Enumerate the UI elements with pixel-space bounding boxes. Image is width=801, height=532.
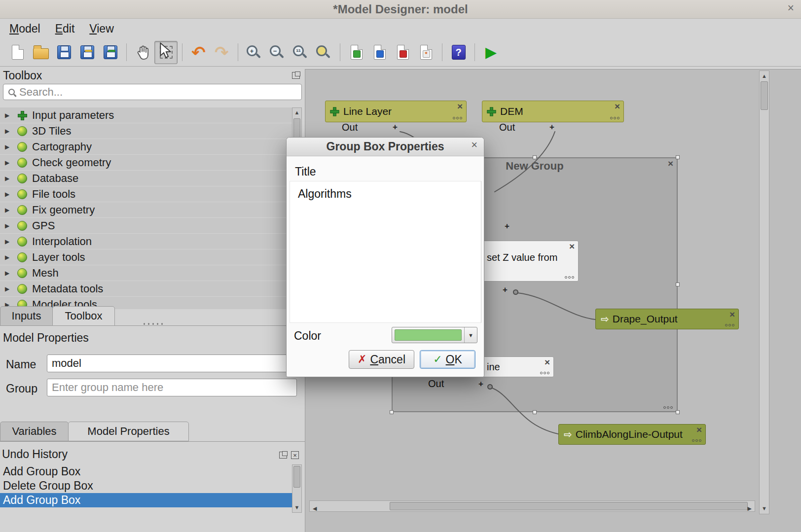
- socket-connector[interactable]: [487, 384, 493, 390]
- node-line-layer[interactable]: Line Layer ×: [325, 101, 467, 122]
- window-close-icon[interactable]: ×: [788, 2, 794, 14]
- export-as-script-button[interactable]: *: [414, 41, 437, 64]
- export-as-svg-button[interactable]: [368, 41, 391, 64]
- window-titlebar[interactable]: *Model Designer: model ×: [0, 0, 801, 19]
- expand-icon[interactable]: ▶: [5, 176, 12, 181]
- scroll-down-icon[interactable]: ▼: [292, 505, 301, 510]
- tree-item-cartography[interactable]: ▶Cartography: [0, 139, 292, 155]
- expand-icon[interactable]: ▶: [5, 160, 12, 166]
- menu-edit[interactable]: Edit: [48, 20, 82, 37]
- chevron-down-icon[interactable]: ▼: [464, 327, 477, 343]
- help-button[interactable]: ?: [447, 41, 470, 64]
- float-panel-icon[interactable]: [292, 72, 300, 79]
- undo-history-title: Undo History: [2, 448, 68, 461]
- cancel-button[interactable]: ✗ Cancel: [349, 350, 414, 369]
- save-as-image-button[interactable]: [99, 41, 122, 64]
- expand-icon[interactable]: ▶: [5, 144, 12, 150]
- zoom-in-button[interactable]: +: [243, 41, 266, 64]
- tab-model-properties[interactable]: Model Properties: [68, 422, 189, 441]
- tree-item-check-geometry[interactable]: ▶Check geometry: [0, 155, 292, 171]
- node-delete-icon[interactable]: ×: [569, 242, 575, 251]
- tab-toolbox[interactable]: Toolbox: [52, 306, 115, 326]
- node-delete-icon[interactable]: ×: [457, 102, 463, 111]
- open-model-button[interactable]: [29, 41, 52, 64]
- tab-variables[interactable]: Variables: [0, 422, 69, 441]
- plus-connector[interactable]: +: [393, 122, 398, 132]
- expand-icon[interactable]: ▶: [5, 191, 12, 197]
- group-box-properties-dialog[interactable]: Group Box Properties × Title Algorithms …: [286, 137, 484, 377]
- undo-button[interactable]: ↶: [187, 41, 210, 64]
- tab-inputs[interactable]: Inputs: [0, 306, 53, 326]
- model-group-input[interactable]: [47, 379, 297, 396]
- scrollbar-thumb[interactable]: [293, 466, 300, 488]
- tree-item-input-parameters[interactable]: ▶Input parameters: [0, 107, 292, 123]
- tree-item-interpolation[interactable]: ▶Interpolation: [0, 234, 292, 249]
- expand-icon[interactable]: ▶: [5, 223, 12, 229]
- splitter-handle[interactable]: [142, 322, 165, 325]
- scroll-up-icon[interactable]: ▲: [760, 73, 769, 79]
- undo-history-item[interactable]: Delete Group Box: [0, 479, 292, 493]
- new-model-button[interactable]: [6, 41, 29, 64]
- save-model-as-button[interactable]: [75, 41, 99, 64]
- expand-icon[interactable]: ▶: [5, 270, 12, 276]
- undo-history-scrollbar[interactable]: ▼: [292, 464, 302, 513]
- tree-item-gps[interactable]: ▶GPS: [0, 218, 292, 234]
- node-climbalongline-output[interactable]: ⇨ ClimbAlongLine-Output ×: [558, 424, 706, 445]
- search-input[interactable]: [19, 86, 296, 99]
- group-box-title-input[interactable]: Algorithms: [290, 181, 481, 323]
- dialog-close-icon[interactable]: ×: [471, 140, 477, 150]
- zoom-out-button[interactable]: −: [266, 41, 289, 64]
- save-model-button[interactable]: [52, 41, 75, 64]
- float-panel-icon[interactable]: [279, 452, 287, 459]
- close-panel-icon[interactable]: ×: [291, 451, 299, 459]
- export-as-image-button[interactable]: [345, 41, 368, 64]
- scrollbar-thumb[interactable]: [390, 502, 748, 510]
- dialog-titlebar[interactable]: Group Box Properties ×: [287, 138, 484, 156]
- plus-connector[interactable]: +: [478, 379, 483, 389]
- redo-button[interactable]: ↷: [210, 41, 233, 64]
- undo-history-item[interactable]: Add Group Box: [0, 464, 292, 479]
- expand-icon[interactable]: ▶: [5, 254, 12, 260]
- expand-icon[interactable]: ▶: [5, 128, 12, 134]
- scroll-left-icon[interactable]: ◀: [313, 503, 317, 514]
- node-delete-icon[interactable]: ×: [545, 357, 550, 367]
- expand-icon[interactable]: ▶: [5, 239, 12, 245]
- node-delete-icon[interactable]: ×: [729, 310, 735, 319]
- export-as-pdf-button[interactable]: [391, 41, 414, 64]
- tree-item-metadata-tools[interactable]: ▶Metadata tools: [0, 281, 292, 297]
- plus-connector[interactable]: +: [505, 221, 510, 231]
- plus-connector[interactable]: +: [503, 285, 508, 295]
- menu-view[interactable]: View: [82, 20, 121, 37]
- node-delete-icon[interactable]: ×: [696, 425, 702, 434]
- node-dem[interactable]: DEM ×: [482, 101, 624, 122]
- scroll-right-icon[interactable]: ▶: [748, 503, 752, 514]
- node-delete-icon[interactable]: ×: [615, 102, 620, 111]
- scrollbar-thumb[interactable]: [761, 81, 768, 110]
- tree-item-file-tools[interactable]: ▶File tools: [0, 186, 292, 202]
- pan-tool-button[interactable]: [131, 41, 154, 64]
- canvas-horizontal-scrollbar[interactable]: ◀ ▶: [309, 500, 755, 512]
- toolbox-search[interactable]: [3, 84, 302, 100]
- menu-model[interactable]: Model: [2, 20, 48, 37]
- expand-icon[interactable]: ▶: [5, 112, 12, 118]
- socket-connector[interactable]: [513, 289, 518, 295]
- color-dropdown[interactable]: ▼: [392, 327, 477, 343]
- node-drape-output[interactable]: ⇨ Drape_Output ×: [595, 309, 739, 329]
- tree-item-3d-tiles[interactable]: ▶3D Tiles: [0, 123, 292, 139]
- tree-item-mesh[interactable]: ▶Mesh: [0, 265, 292, 281]
- expand-icon[interactable]: ▶: [5, 207, 12, 213]
- model-name-input[interactable]: [47, 355, 302, 372]
- zoom-full-button[interactable]: [312, 41, 335, 64]
- undo-history-item-selected[interactable]: Add Group Box: [0, 493, 292, 507]
- tree-item-layer-tools[interactable]: ▶Layer tools: [0, 249, 292, 265]
- tree-item-fix-geometry[interactable]: ▶Fix geometry: [0, 202, 292, 218]
- expand-icon[interactable]: ▶: [5, 286, 12, 292]
- scroll-down-icon[interactable]: ▼: [760, 506, 769, 511]
- scroll-up-icon[interactable]: ▲: [292, 110, 301, 115]
- run-model-button[interactable]: ▶: [479, 41, 503, 64]
- plus-connector[interactable]: +: [549, 122, 554, 132]
- zoom-actual-button[interactable]: 1:1: [289, 41, 312, 64]
- tree-item-database[interactable]: ▶Database: [0, 171, 292, 186]
- canvas-vertical-scrollbar[interactable]: ▲ ▼: [759, 71, 769, 514]
- ok-button[interactable]: ✓ OK: [420, 350, 475, 369]
